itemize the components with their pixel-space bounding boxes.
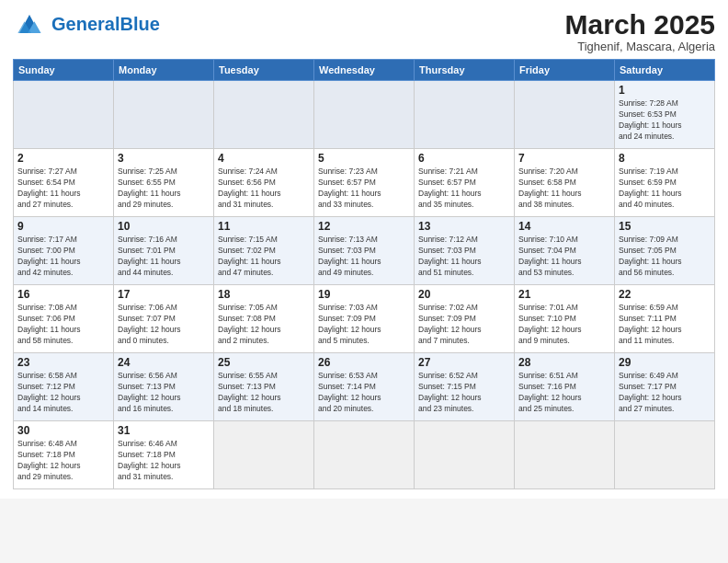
day-info: Sunrise: 7:10 AM Sunset: 7:04 PM Dayligh… [518, 235, 610, 279]
day-info: Sunrise: 6:53 AM Sunset: 7:14 PM Dayligh… [318, 371, 410, 415]
day-number: 18 [218, 288, 310, 301]
day-info: Sunrise: 6:48 AM Sunset: 7:18 PM Dayligh… [17, 439, 109, 483]
day-info: Sunrise: 7:09 AM Sunset: 7:05 PM Dayligh… [619, 235, 711, 279]
day-info: Sunrise: 6:49 AM Sunset: 7:17 PM Dayligh… [619, 371, 711, 415]
day-info: Sunrise: 6:58 AM Sunset: 7:12 PM Dayligh… [17, 371, 109, 415]
page: GeneralBlue March 2025 Tighenif, Mascara… [0, 0, 728, 499]
table-row: 27Sunrise: 6:52 AM Sunset: 7:15 PM Dayli… [415, 353, 515, 421]
day-info: Sunrise: 6:59 AM Sunset: 7:11 PM Dayligh… [619, 303, 711, 347]
day-number: 25 [218, 356, 310, 369]
table-row: 19Sunrise: 7:03 AM Sunset: 7:09 PM Dayli… [314, 285, 415, 353]
logo-blue: Blue [119, 14, 159, 34]
day-info: Sunrise: 6:56 AM Sunset: 7:13 PM Dayligh… [118, 371, 210, 415]
table-row: 24Sunrise: 6:56 AM Sunset: 7:13 PM Dayli… [114, 353, 214, 421]
day-info: Sunrise: 6:46 AM Sunset: 7:18 PM Dayligh… [118, 439, 210, 483]
day-number: 11 [218, 220, 310, 233]
table-row: 21Sunrise: 7:01 AM Sunset: 7:10 PM Dayli… [515, 285, 615, 353]
calendar-week-row: 23Sunrise: 6:58 AM Sunset: 7:12 PM Dayli… [14, 353, 715, 421]
table-row: 17Sunrise: 7:06 AM Sunset: 7:07 PM Dayli… [114, 285, 214, 353]
day-info: Sunrise: 7:01 AM Sunset: 7:10 PM Dayligh… [518, 303, 610, 347]
table-row: 2Sunrise: 7:27 AM Sunset: 6:54 PM Daylig… [14, 149, 114, 217]
header-sunday: Sunday [14, 60, 114, 81]
calendar-week-row: 1Sunrise: 7:28 AM Sunset: 6:53 PM Daylig… [14, 81, 715, 149]
day-number: 10 [118, 220, 210, 233]
day-number: 27 [418, 356, 510, 369]
table-row: 9Sunrise: 7:17 AM Sunset: 7:00 PM Daylig… [14, 217, 114, 285]
generalblue-logo-icon [13, 9, 46, 39]
day-number: 6 [418, 152, 510, 165]
day-info: Sunrise: 7:25 AM Sunset: 6:55 PM Dayligh… [118, 167, 210, 211]
header: GeneralBlue March 2025 Tighenif, Mascara… [13, 9, 715, 53]
day-info: Sunrise: 6:55 AM Sunset: 7:13 PM Dayligh… [218, 371, 310, 415]
day-number: 29 [619, 356, 711, 369]
day-number: 20 [418, 288, 510, 301]
table-row: 22Sunrise: 6:59 AM Sunset: 7:11 PM Dayli… [615, 285, 715, 353]
table-row: 28Sunrise: 6:51 AM Sunset: 7:16 PM Dayli… [515, 353, 615, 421]
day-number: 9 [17, 220, 109, 233]
table-row: 29Sunrise: 6:49 AM Sunset: 7:17 PM Dayli… [615, 353, 715, 421]
table-row: 4Sunrise: 7:24 AM Sunset: 6:56 PM Daylig… [214, 149, 314, 217]
day-info: Sunrise: 7:17 AM Sunset: 7:00 PM Dayligh… [17, 235, 109, 279]
table-row: 23Sunrise: 6:58 AM Sunset: 7:12 PM Dayli… [14, 353, 114, 421]
day-number: 24 [118, 356, 210, 369]
day-info: Sunrise: 7:15 AM Sunset: 7:02 PM Dayligh… [218, 235, 310, 279]
day-info: Sunrise: 7:27 AM Sunset: 6:54 PM Dayligh… [17, 167, 109, 211]
header-saturday: Saturday [615, 60, 715, 81]
day-number: 30 [17, 424, 109, 437]
location: Tighenif, Mascara, Algeria [565, 40, 715, 53]
table-row: 14Sunrise: 7:10 AM Sunset: 7:04 PM Dayli… [515, 217, 615, 285]
table-row: 18Sunrise: 7:05 AM Sunset: 7:08 PM Dayli… [214, 285, 314, 353]
title-block: March 2025 Tighenif, Mascara, Algeria [565, 9, 715, 53]
day-info: Sunrise: 7:19 AM Sunset: 6:59 PM Dayligh… [619, 167, 711, 211]
calendar-week-row: 30Sunrise: 6:48 AM Sunset: 7:18 PM Dayli… [14, 421, 715, 489]
logo: GeneralBlue [13, 9, 160, 39]
table-row: 3Sunrise: 7:25 AM Sunset: 6:55 PM Daylig… [114, 149, 214, 217]
day-number: 13 [418, 220, 510, 233]
table-row [415, 421, 515, 489]
table-row: 7Sunrise: 7:20 AM Sunset: 6:58 PM Daylig… [515, 149, 615, 217]
day-number: 12 [318, 220, 410, 233]
day-number: 31 [118, 424, 210, 437]
table-row [314, 81, 415, 149]
day-number: 5 [318, 152, 410, 165]
day-info: Sunrise: 7:24 AM Sunset: 6:56 PM Dayligh… [218, 167, 310, 211]
table-row: 10Sunrise: 7:16 AM Sunset: 7:01 PM Dayli… [114, 217, 214, 285]
day-number: 7 [518, 152, 610, 165]
header-friday: Friday [515, 60, 615, 81]
calendar-week-row: 16Sunrise: 7:08 AM Sunset: 7:06 PM Dayli… [14, 285, 715, 353]
table-row [415, 81, 515, 149]
day-info: Sunrise: 6:51 AM Sunset: 7:16 PM Dayligh… [518, 371, 610, 415]
day-number: 21 [518, 288, 610, 301]
table-row: 6Sunrise: 7:21 AM Sunset: 6:57 PM Daylig… [415, 149, 515, 217]
table-row: 25Sunrise: 6:55 AM Sunset: 7:13 PM Dayli… [214, 353, 314, 421]
day-number: 2 [17, 152, 109, 165]
day-number: 4 [218, 152, 310, 165]
day-number: 8 [619, 152, 711, 165]
day-number: 19 [318, 288, 410, 301]
weekday-header-row: Sunday Monday Tuesday Wednesday Thursday… [14, 60, 715, 81]
day-number: 16 [17, 288, 109, 301]
day-info: Sunrise: 7:16 AM Sunset: 7:01 PM Dayligh… [118, 235, 210, 279]
day-number: 14 [518, 220, 610, 233]
day-info: Sunrise: 7:13 AM Sunset: 7:03 PM Dayligh… [318, 235, 410, 279]
day-number: 1 [619, 84, 711, 97]
day-number: 3 [118, 152, 210, 165]
header-tuesday: Tuesday [214, 60, 314, 81]
table-row: 16Sunrise: 7:08 AM Sunset: 7:06 PM Dayli… [14, 285, 114, 353]
table-row [314, 421, 415, 489]
table-row: 8Sunrise: 7:19 AM Sunset: 6:59 PM Daylig… [615, 149, 715, 217]
table-row: 31Sunrise: 6:46 AM Sunset: 7:18 PM Dayli… [114, 421, 214, 489]
day-info: Sunrise: 7:20 AM Sunset: 6:58 PM Dayligh… [518, 167, 610, 211]
day-info: Sunrise: 7:05 AM Sunset: 7:08 PM Dayligh… [218, 303, 310, 347]
logo-general: General [51, 14, 119, 34]
day-info: Sunrise: 7:28 AM Sunset: 6:53 PM Dayligh… [619, 98, 711, 143]
day-number: 17 [118, 288, 210, 301]
day-info: Sunrise: 7:08 AM Sunset: 7:06 PM Dayligh… [17, 303, 109, 347]
table-row: 1Sunrise: 7:28 AM Sunset: 6:53 PM Daylig… [615, 81, 715, 149]
table-row: 12Sunrise: 7:13 AM Sunset: 7:03 PM Dayli… [314, 217, 415, 285]
table-row [515, 421, 615, 489]
table-row: 30Sunrise: 6:48 AM Sunset: 7:18 PM Dayli… [14, 421, 114, 489]
table-row [214, 81, 314, 149]
calendar-week-row: 2Sunrise: 7:27 AM Sunset: 6:54 PM Daylig… [14, 149, 715, 217]
day-number: 22 [619, 288, 711, 301]
